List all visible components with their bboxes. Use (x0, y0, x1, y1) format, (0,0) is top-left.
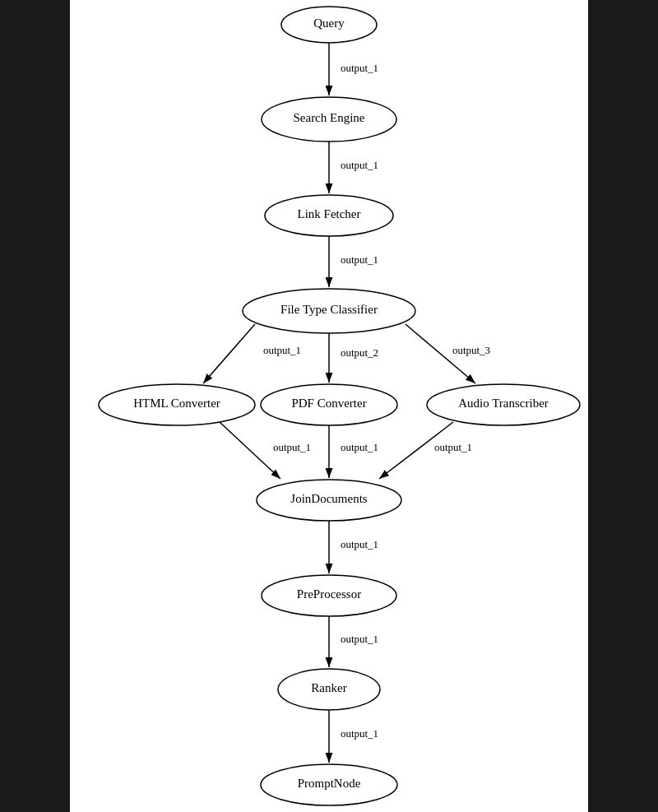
node-pdf-converter-label: PDF Converter (291, 397, 366, 410)
edge-label-ftc-audio: output_3 (452, 344, 490, 356)
node-join-documents-label: JoinDocuments (290, 492, 367, 505)
node-query-label: Query (313, 16, 345, 30)
edge-label-html-join: output_1 (273, 441, 311, 453)
diagram-container: output_1 output_1 output_1 output_1 outp… (70, 0, 588, 812)
edge-html-join (220, 422, 280, 479)
edge-label-ftc-html: output_1 (263, 344, 301, 356)
edge-label-ftc-pdf: output_2 (341, 346, 378, 359)
edge-label-q-se: output_1 (341, 62, 378, 74)
node-html-converter-label: HTML Converter (133, 397, 220, 410)
node-preprocessor-label: PreProcessor (297, 587, 361, 601)
edge-label-pdf-join: output_1 (341, 441, 378, 453)
edge-label-join-pre: output_1 (341, 538, 378, 550)
node-file-type-classifier-label: File Type Classifier (280, 303, 378, 316)
edge-label-se-lf: output_1 (341, 159, 378, 171)
node-search-engine-label: Search Engine (293, 111, 364, 124)
edge-label-ranker-prompt: output_1 (341, 727, 378, 740)
node-prompt-node-label: PromptNode (298, 777, 361, 790)
node-ranker-label: Ranker (311, 681, 346, 694)
node-audio-transcriber-label: Audio Transcriber (458, 397, 549, 410)
edge-ftc-html (203, 324, 255, 383)
edge-label-audio-join: output_1 (434, 441, 472, 453)
edge-label-lf-ftc: output_1 (341, 253, 378, 266)
edge-label-pre-ranker: output_1 (341, 633, 378, 645)
node-link-fetcher-label: Link Fetcher (297, 207, 360, 220)
